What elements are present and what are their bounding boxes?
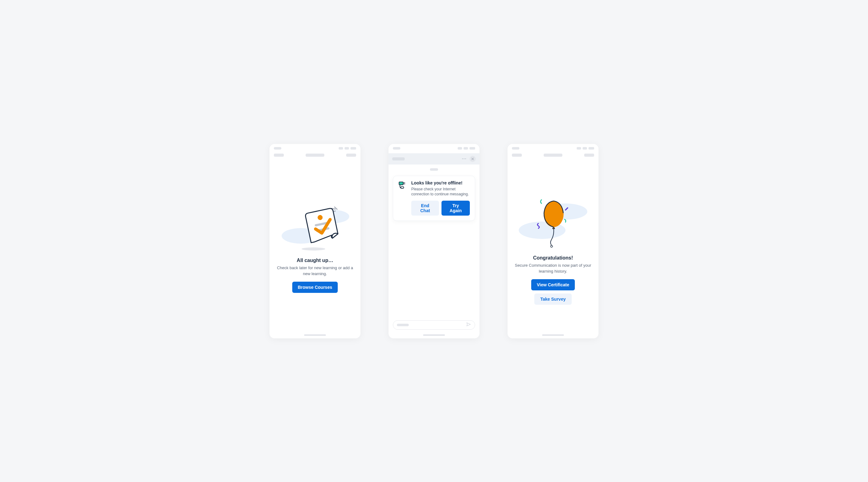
svg-rect-9 xyxy=(401,186,403,188)
svg-rect-4 xyxy=(334,206,338,210)
nav-bar xyxy=(507,150,598,156)
more-icon[interactable] xyxy=(462,158,467,159)
screen-congratulations: Congratulations! Secure Communication is… xyxy=(507,144,598,338)
take-survey-button[interactable]: Take Survey xyxy=(534,294,572,305)
home-indicator xyxy=(304,334,326,336)
chat-subheader xyxy=(389,164,479,173)
view-certificate-button[interactable]: View Certificate xyxy=(531,279,575,291)
chat-header xyxy=(389,153,479,164)
status-bar xyxy=(270,144,361,150)
close-icon[interactable] xyxy=(469,156,476,162)
home-indicator xyxy=(542,334,564,336)
screen-offline-chat: Looks like you're offline! Please check … xyxy=(389,144,479,338)
empty-state-title: All caught up… xyxy=(297,258,333,263)
status-bar xyxy=(507,144,598,150)
success-content: Congratulations! Secure Communication is… xyxy=(507,159,598,338)
empty-state-description: Check back later for new learning or add… xyxy=(276,265,354,277)
offline-alert: Looks like you're offline! Please check … xyxy=(393,176,475,221)
send-icon[interactable] xyxy=(466,322,471,328)
svg-point-8 xyxy=(302,247,325,250)
success-title: Congratulations! xyxy=(533,255,573,261)
end-chat-button[interactable]: End Chat xyxy=(411,201,439,216)
screen-all-caught-up: All caught up… Check back later for new … xyxy=(270,144,361,338)
try-again-button[interactable]: Try Again xyxy=(441,201,470,216)
status-bar xyxy=(389,144,479,150)
alert-title: Looks like you're offline! xyxy=(411,180,470,185)
browse-courses-button[interactable]: Browse Courses xyxy=(292,282,338,293)
success-description: Secure Communication is now part of your… xyxy=(514,263,592,274)
plug-icon xyxy=(398,181,407,190)
home-indicator xyxy=(423,334,445,336)
empty-state-content: All caught up… Check back later for new … xyxy=(270,156,361,338)
balloon-illustration xyxy=(517,193,589,252)
svg-rect-10 xyxy=(399,182,403,184)
caught-up-illustration xyxy=(279,202,351,254)
compose-input[interactable] xyxy=(393,320,475,330)
alert-description: Please check your Internet connection to… xyxy=(411,187,470,197)
nav-bar xyxy=(270,150,361,156)
